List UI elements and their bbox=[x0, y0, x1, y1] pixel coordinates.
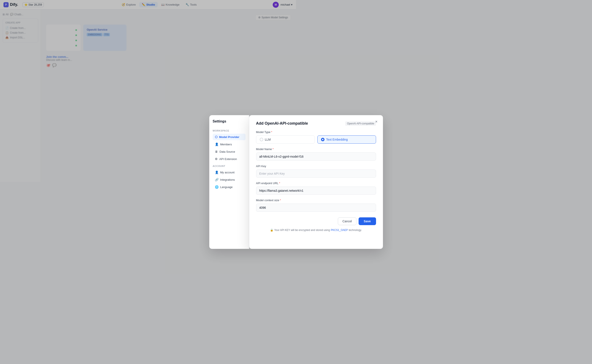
model-name-input[interactable] bbox=[256, 152, 296, 161]
settings-data-source-label: Data Source bbox=[220, 150, 235, 153]
settings-my-account[interactable]: 👤 My account bbox=[213, 169, 245, 176]
account-section-title: ACCOUNT bbox=[213, 165, 245, 167]
settings-my-account-label: My account bbox=[220, 171, 235, 174]
settings-title: Settings bbox=[213, 119, 245, 123]
api-key-group: API Key bbox=[256, 164, 296, 178]
radio-group: LLM Text Embedding bbox=[256, 136, 296, 144]
model-name-label: Model Name * bbox=[256, 148, 296, 151]
settings-model-provider[interactable]: ⬡ Model Provider bbox=[213, 134, 245, 140]
model-name-required: * bbox=[272, 148, 274, 151]
model-provider-icon: ⬡ bbox=[215, 135, 217, 139]
settings-panel: Settings WORKSPACE ⬡ Model Provider 👤 Me… bbox=[209, 115, 249, 182]
settings-integrations[interactable]: 🔗 Integrations bbox=[213, 176, 245, 182]
workspace-section-title: WORKSPACE bbox=[213, 129, 245, 132]
radio-llm-label: LLM bbox=[265, 138, 271, 141]
api-endpoint-label: API endpoint URL * bbox=[256, 182, 296, 182]
modal-header: Add OpenAI-API-compatible OpenAI-API-com… bbox=[256, 121, 296, 126]
api-endpoint-group: API endpoint URL * bbox=[256, 182, 296, 182]
data-source-icon: 🖥 bbox=[215, 150, 218, 153]
my-account-icon: 👤 bbox=[215, 171, 218, 174]
settings-api-extension[interactable]: ⚙ API Extension bbox=[213, 156, 245, 162]
settings-members-label: Members bbox=[220, 143, 232, 146]
modal-title: Add OpenAI-API-compatible bbox=[256, 121, 296, 126]
members-icon: 👤 bbox=[215, 143, 218, 146]
api-key-input[interactable] bbox=[256, 169, 296, 178]
api-key-label: API Key bbox=[256, 164, 296, 168]
api-extension-icon: ⚙ bbox=[215, 157, 218, 161]
model-type-group: Model Type * LLM Text Embedding bbox=[256, 130, 296, 144]
radio-llm-dot bbox=[260, 138, 263, 141]
model-type-label: Model Type * bbox=[256, 130, 296, 134]
modal-wrapper: Settings WORKSPACE ⬡ Model Provider 👤 Me… bbox=[209, 115, 296, 182]
radio-llm[interactable]: LLM bbox=[256, 136, 296, 144]
model-name-group: Model Name * bbox=[256, 148, 296, 161]
required-star: * bbox=[271, 130, 272, 134]
api-endpoint-required: * bbox=[279, 182, 280, 182]
settings-data-source[interactable]: 🖥 Data Source bbox=[213, 148, 245, 155]
settings-api-extension-label: API Extension bbox=[219, 157, 237, 161]
integrations-icon: 🔗 bbox=[215, 178, 218, 181]
settings-model-provider-label: Model Provider bbox=[219, 136, 239, 139]
modal-overlay: Settings WORKSPACE ⬡ Model Provider 👤 Me… bbox=[0, 0, 296, 182]
modal: × Add OpenAI-API-compatible OpenAI-API-c… bbox=[249, 115, 296, 182]
settings-integrations-label: Integrations bbox=[220, 178, 235, 181]
settings-members[interactable]: 👤 Members bbox=[213, 141, 245, 148]
